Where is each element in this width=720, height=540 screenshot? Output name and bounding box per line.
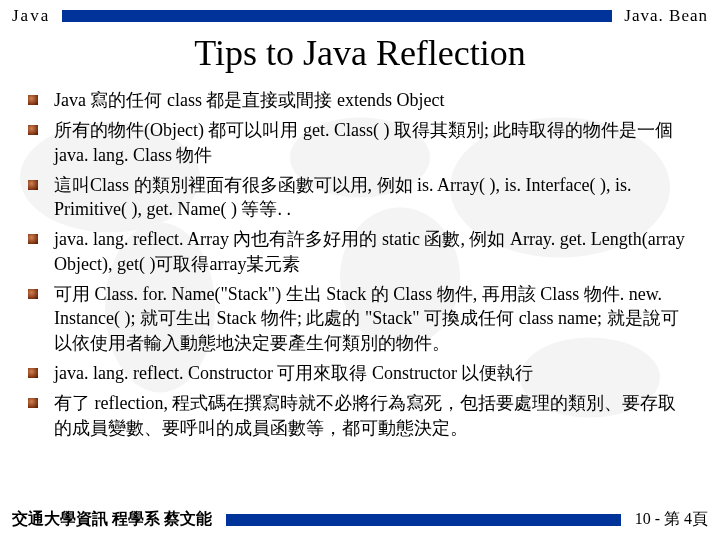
header-right-label: Java. Bean: [624, 6, 708, 26]
list-item: Java 寫的任何 class 都是直接或間接 extends Object: [48, 88, 690, 112]
list-item: 所有的物件(Object) 都可以叫用 get. Class( ) 取得其類別;…: [48, 118, 690, 167]
footer-page-number: 10 - 第 4頁: [635, 509, 708, 530]
page-title: Tips to Java Reflection: [0, 32, 720, 74]
header-divider-bar: [62, 10, 612, 22]
footer-left-label: 交通大學資訊 程學系 蔡文能: [12, 509, 212, 530]
header-row: Java Java. Bean: [0, 0, 720, 26]
header-left-label: Java: [12, 6, 50, 26]
list-item: java. lang. reflect. Constructor 可用來取得 C…: [48, 361, 690, 385]
bullet-list: Java 寫的任何 class 都是直接或間接 extends Object 所…: [0, 88, 720, 440]
list-item: 這叫Class 的類別裡面有很多函數可以用, 例如 is. Array( ), …: [48, 173, 690, 222]
footer-row: 交通大學資訊 程學系 蔡文能 10 - 第 4頁: [0, 509, 720, 530]
list-item: java. lang. reflect. Array 內也有許多好用的 stat…: [48, 227, 690, 276]
footer-divider-bar: [226, 514, 621, 526]
list-item: 有了 reflection, 程式碼在撰寫時就不必將行為寫死，包括要處理的類別、…: [48, 391, 690, 440]
list-item: 可用 Class. for. Name("Stack") 生出 Stack 的 …: [48, 282, 690, 355]
